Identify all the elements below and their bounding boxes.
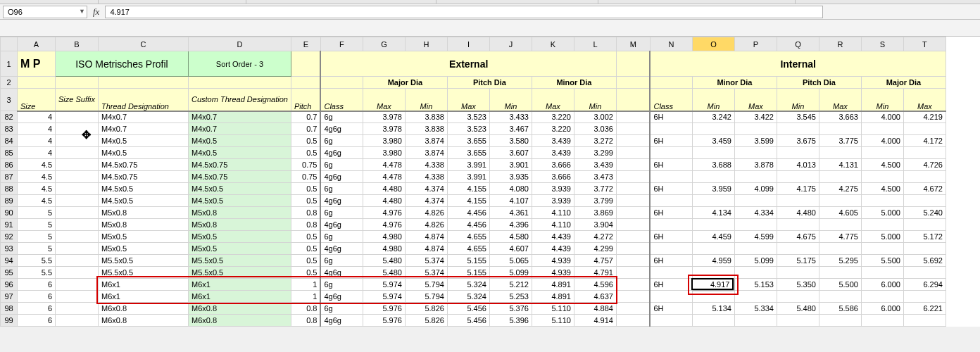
- cell[interactable]: M6x0.8: [98, 303, 188, 315]
- cell[interactable]: 5.500: [861, 255, 903, 267]
- cell[interactable]: [616, 231, 650, 243]
- row-header[interactable]: 97: [1, 291, 18, 303]
- cell[interactable]: [861, 267, 903, 279]
- cell[interactable]: Min: [861, 89, 903, 111]
- cell[interactable]: 5: [18, 243, 56, 255]
- cell[interactable]: 4.884: [574, 303, 616, 315]
- cell[interactable]: 4g6g: [320, 267, 363, 279]
- cell[interactable]: [861, 291, 903, 303]
- cell[interactable]: 3.655: [447, 135, 489, 147]
- cell[interactable]: 5.5: [18, 267, 56, 279]
- cell[interactable]: Min: [777, 89, 819, 111]
- cell[interactable]: 3.688: [692, 159, 734, 171]
- cell[interactable]: [56, 255, 99, 267]
- cell[interactable]: 4.5: [18, 159, 56, 171]
- cell[interactable]: 6H: [650, 255, 692, 267]
- cell[interactable]: 3.666: [532, 159, 574, 171]
- cell[interactable]: 4.500: [861, 159, 903, 171]
- col-header-K[interactable]: K: [532, 37, 574, 51]
- cell[interactable]: [616, 123, 650, 135]
- cell[interactable]: Max: [734, 89, 777, 111]
- cell[interactable]: [18, 77, 56, 89]
- cell[interactable]: 4g6g: [320, 291, 363, 303]
- cell[interactable]: [903, 243, 946, 255]
- cell[interactable]: 3.272: [574, 135, 616, 147]
- cell[interactable]: 4.980: [363, 243, 405, 255]
- cell[interactable]: Max: [903, 89, 946, 111]
- cell[interactable]: 3.663: [819, 111, 861, 123]
- cell[interactable]: 4.219: [903, 111, 946, 123]
- col-header-B[interactable]: B: [56, 37, 99, 51]
- cell[interactable]: [903, 219, 946, 231]
- cell[interactable]: [650, 267, 692, 279]
- cell[interactable]: 5.374: [405, 267, 447, 279]
- cell[interactable]: M4x0.7: [98, 111, 188, 123]
- select-all-corner[interactable]: [1, 37, 18, 51]
- cell[interactable]: Max: [363, 89, 405, 111]
- cell[interactable]: M5.5x0.5: [98, 255, 188, 267]
- cell[interactable]: [650, 123, 692, 135]
- cell[interactable]: [734, 147, 777, 159]
- cell[interactable]: 4.099: [734, 183, 777, 195]
- cell[interactable]: 4g6g: [320, 147, 363, 159]
- cell[interactable]: 4.456: [447, 207, 489, 219]
- cell[interactable]: 6H: [650, 183, 692, 195]
- cell[interactable]: M6x1: [188, 279, 291, 291]
- cell[interactable]: 5: [18, 207, 56, 219]
- cell[interactable]: 4.874: [405, 231, 447, 243]
- cell[interactable]: Pitch Dia: [447, 77, 532, 89]
- cell[interactable]: [56, 195, 99, 207]
- cell[interactable]: 3.002: [574, 111, 616, 123]
- cell[interactable]: [56, 183, 99, 195]
- cell[interactable]: [692, 315, 734, 327]
- col-header-L[interactable]: L: [574, 37, 616, 51]
- cell[interactable]: [616, 279, 650, 291]
- cell[interactable]: 6g: [320, 183, 363, 195]
- col-header-A[interactable]: A: [18, 37, 56, 51]
- cell[interactable]: 3.655: [447, 147, 489, 159]
- cell[interactable]: 4.607: [489, 243, 532, 255]
- cell[interactable]: [777, 291, 819, 303]
- cell[interactable]: [692, 291, 734, 303]
- cell[interactable]: M4.5x0.75: [98, 171, 188, 183]
- cell[interactable]: 4: [18, 135, 56, 147]
- cell[interactable]: [616, 183, 650, 195]
- cell[interactable]: 5.134: [692, 303, 734, 315]
- cell[interactable]: 6g: [320, 159, 363, 171]
- sheet-area[interactable]: ABCDEFGHIJKLMNOPQRST 1 M P ISO Metrische…: [0, 37, 980, 327]
- cell[interactable]: M4x0.7: [98, 123, 188, 135]
- cell[interactable]: 6g: [320, 135, 363, 147]
- fx-icon[interactable]: fx: [93, 6, 99, 18]
- cell[interactable]: 0.7: [291, 123, 320, 135]
- cell[interactable]: M5x0.5: [98, 243, 188, 255]
- cell[interactable]: [56, 123, 99, 135]
- cell[interactable]: Minor Dia: [532, 77, 616, 89]
- cell[interactable]: 5.153: [734, 279, 777, 291]
- cell[interactable]: 3.991: [447, 159, 489, 171]
- cell[interactable]: 4.334: [734, 207, 777, 219]
- cell[interactable]: 4.757: [574, 255, 616, 267]
- cell[interactable]: [616, 111, 650, 123]
- cell[interactable]: 1: [291, 279, 320, 291]
- cell[interactable]: [903, 123, 946, 135]
- cell[interactable]: [861, 243, 903, 255]
- cell[interactable]: [56, 77, 99, 89]
- col-header-F[interactable]: F: [320, 37, 363, 51]
- cell[interactable]: 1: [291, 291, 320, 303]
- cell[interactable]: [903, 267, 946, 279]
- cell[interactable]: 0.7: [291, 111, 320, 123]
- formula-input[interactable]: 4.917: [105, 6, 823, 18]
- cell[interactable]: 5.5: [18, 255, 56, 267]
- cell[interactable]: 5.374: [405, 255, 447, 267]
- cell[interactable]: 4.5: [18, 171, 56, 183]
- cell[interactable]: M5x0.8: [98, 207, 188, 219]
- cell[interactable]: 4.272: [574, 231, 616, 243]
- cell[interactable]: 6H: [650, 207, 692, 219]
- cell[interactable]: 4.107: [489, 195, 532, 207]
- cell[interactable]: 4.939: [532, 267, 574, 279]
- spreadsheet-grid[interactable]: ABCDEFGHIJKLMNOPQRST 1 M P ISO Metrische…: [0, 37, 946, 327]
- cell[interactable]: 5.253: [489, 291, 532, 303]
- cell[interactable]: 5.974: [363, 279, 405, 291]
- cell[interactable]: [819, 195, 861, 207]
- cell[interactable]: [903, 195, 946, 207]
